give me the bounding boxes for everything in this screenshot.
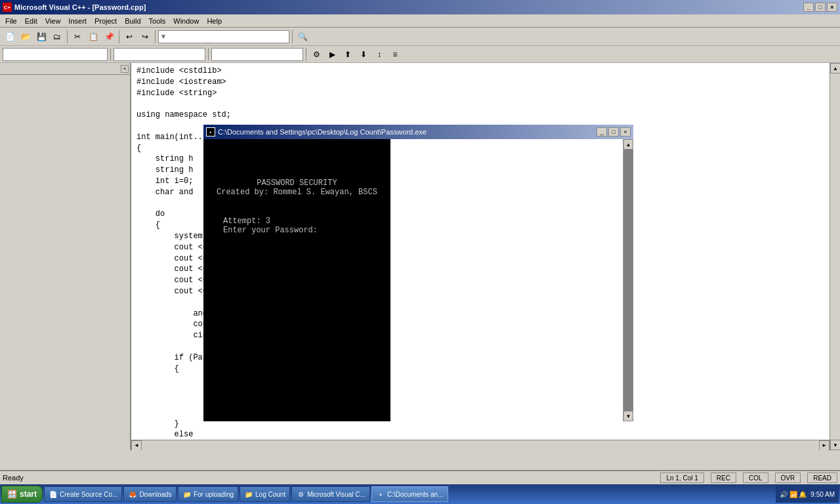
taskbar-label-1: Downloads — [139, 491, 171, 498]
redo-button[interactable]: ↪ — [138, 30, 152, 44]
cmd-window: ▪ C:\Documents and Settings\pc\Desktop\L… — [203, 125, 633, 421]
sep-5 — [110, 48, 111, 61]
file-dropdown[interactable]: ▼ — [158, 30, 289, 43]
toolbar-row-2: ⚙ ▶ ⬆ ⬇ ↕ ≡ — [0, 46, 840, 63]
minimize-button[interactable]: _ — [803, 3, 814, 12]
save-button[interactable]: 💾 — [34, 30, 49, 44]
toolbar-row-1: 📄 📂 💾 🗂 ✂ 📋 📌 ↩ ↪ ▼ 🔍 — [0, 28, 840, 46]
status-bar: Ready Ln 1, Col 1 REC COL OVR READ — [0, 470, 840, 484]
taskbar-icon-5: ▪ — [376, 490, 385, 499]
cmd-close[interactable]: × — [620, 127, 631, 136]
status-rec: REC — [711, 472, 736, 483]
dropdown-text: ▼ — [160, 33, 167, 40]
cmd-app-icon: ▪ — [206, 127, 215, 136]
menu-insert[interactable]: Insert — [64, 16, 91, 26]
taskbar-icon-4: ⚙ — [296, 490, 305, 499]
class-dropdown[interactable] — [114, 48, 205, 61]
cmd-header-section: PASSWORD SECURITY Created by: Rommel S. … — [217, 178, 377, 197]
cmd-scroll-track[interactable] — [623, 150, 633, 411]
taskbar-item-1[interactable]: 🦊 Downloads — [123, 486, 176, 502]
app-icon: C+ — [3, 3, 12, 12]
separator-4 — [292, 30, 293, 43]
scroll-right-arrow[interactable]: ► — [819, 440, 830, 451]
title-bar-controls[interactable]: _ □ × — [803, 3, 837, 12]
copy-button[interactable]: 📋 — [86, 30, 100, 44]
panel-close-btn[interactable]: × — [121, 65, 129, 73]
status-ready: Ready — [3, 474, 24, 482]
status-position: Ln 1, Col 1 — [660, 472, 704, 483]
cmd-maximize[interactable]: □ — [608, 127, 619, 136]
cmd-minimize[interactable]: _ — [597, 127, 607, 136]
taskbar-tray: 🔊 📶 🔔 9:50 AM — [776, 486, 839, 503]
taskbar-item-5[interactable]: ▪ C:\Documents an... — [371, 486, 448, 502]
menu-build[interactable]: Build — [121, 16, 144, 26]
filter-button[interactable]: ⚙ — [309, 47, 324, 62]
sort-button[interactable]: ↕ — [372, 47, 387, 62]
prev-button[interactable]: ⬆ — [341, 47, 355, 62]
panel-header: × — [0, 63, 130, 75]
paste-button[interactable]: 📌 — [102, 30, 116, 44]
undo-button[interactable]: ↩ — [122, 30, 136, 44]
status-read: READ — [807, 472, 837, 483]
taskbar-icon-3: 📁 — [244, 490, 253, 499]
separator-3 — [155, 30, 156, 43]
status-ovr: OVR — [775, 472, 801, 483]
vertical-scrollbar[interactable]: ▲ ▼ — [830, 63, 840, 450]
panel-controls[interactable]: × — [121, 65, 129, 73]
menu-edit[interactable]: Edit — [21, 16, 41, 26]
member-dropdown[interactable] — [211, 48, 303, 61]
cmd-line-5: Enter your Password: — [223, 226, 377, 235]
cmd-controls[interactable]: _ □ × — [597, 127, 631, 136]
menu-file[interactable]: File — [1, 16, 21, 26]
menu-bar: File Edit View Insert Project Build Tool… — [0, 14, 840, 28]
cmd-body-section: Attempt: 3 Enter your Password: — [217, 217, 377, 235]
cmd-title: C:\Documents and Settings\pc\Desktop\Log… — [218, 128, 427, 136]
cmd-line-4: Attempt: 3 — [223, 217, 377, 226]
tray-icons: 🔊 📶 🔔 — [780, 491, 807, 498]
search-button[interactable]: 🔍 — [295, 30, 310, 44]
start-button[interactable]: 🪟 start — [1, 486, 43, 503]
code-line-5: using namespace std; — [136, 110, 835, 121]
taskbar-item-3[interactable]: 📁 Log Count — [240, 486, 290, 502]
go-button[interactable]: ▶ — [325, 47, 339, 62]
taskbar-icon-1: 🦊 — [128, 490, 137, 499]
menu-help[interactable]: Help — [203, 16, 226, 26]
cmd-scrollbar[interactable]: ▲ ▼ — [623, 139, 633, 421]
scroll-track-v[interactable] — [830, 74, 840, 440]
menu-view[interactable]: View — [41, 16, 65, 26]
cmd-content: PASSWORD SECURITY Created by: Rommel S. … — [203, 139, 390, 421]
cmd-scroll-up[interactable]: ▲ — [623, 139, 633, 150]
scroll-up-arrow[interactable]: ▲ — [830, 63, 840, 74]
scroll-left-arrow[interactable]: ◄ — [131, 440, 142, 451]
cmd-title-bar: ▪ C:\Documents and Settings\pc\Desktop\L… — [203, 125, 633, 139]
separator-2 — [119, 30, 119, 43]
scroll-down-arrow[interactable]: ▼ — [830, 440, 840, 450]
menu-window[interactable]: Window — [169, 16, 203, 26]
horizontal-scrollbar[interactable]: ◄ ► — [131, 440, 830, 450]
new-file-button[interactable]: 📄 — [3, 30, 17, 44]
open-button[interactable]: 📂 — [18, 30, 33, 44]
menu-project[interactable]: Project — [91, 16, 121, 26]
cmd-scroll-down[interactable]: ▼ — [623, 411, 633, 421]
code-line-4 — [136, 98, 835, 110]
scroll-track-h[interactable] — [142, 440, 819, 450]
taskbar: 🪟 start 📄 Create Source Co... 🦊 Download… — [0, 484, 840, 504]
maximize-button[interactable]: □ — [815, 3, 826, 12]
left-panel: × — [0, 63, 131, 450]
save-all-button[interactable]: 🗂 — [50, 30, 64, 44]
context-dropdown[interactable] — [3, 48, 108, 61]
sep-6 — [208, 48, 209, 61]
cmd-body: PASSWORD SECURITY Created by: Rommel S. … — [203, 139, 633, 421]
cut-button[interactable]: ✂ — [70, 30, 85, 44]
cmd-line-1: PASSWORD SECURITY — [217, 178, 377, 188]
taskbar-item-0[interactable]: 📄 Create Source Co... — [44, 486, 122, 502]
code-line-34: else — [136, 429, 835, 440]
next-button[interactable]: ⬇ — [356, 47, 371, 62]
taskbar-item-4[interactable]: ⚙ Microsoft Visual C... — [291, 486, 370, 502]
menu-tools[interactable]: Tools — [145, 16, 170, 26]
prop-button[interactable]: ≡ — [388, 47, 402, 62]
code-line-3: #include <string> — [136, 88, 835, 99]
app-title: Microsoft Visual C++ - [Password.cpp] — [14, 3, 146, 11]
taskbar-item-2[interactable]: 📁 For uploading — [178, 486, 238, 502]
close-button[interactable]: × — [827, 3, 837, 12]
